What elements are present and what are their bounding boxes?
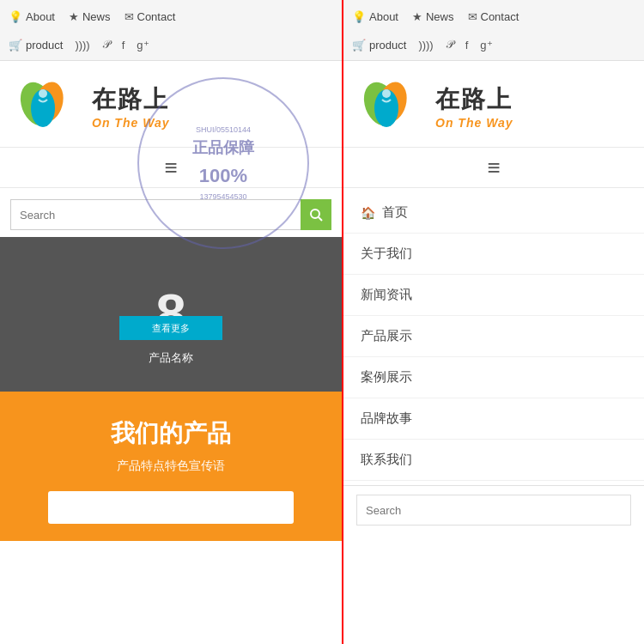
hero-bar[interactable]: 查看更多 (119, 316, 222, 340)
home-icon: 🏠 (361, 206, 375, 220)
right-rss-icon: )))) (418, 39, 433, 52)
left-panel: 💡 About ★ News ✉ Contact 🛒 product )))) … (0, 0, 343, 644)
left-search-input[interactable] (10, 199, 301, 230)
menu-item-case[interactable]: 案例展示 (343, 357, 644, 398)
menu-item-brand[interactable]: 品牌故事 (343, 398, 644, 440)
left-nav-row2: 🛒 product )))) 𝒫 f g⁺ (9, 33, 333, 60)
left-product-label: product (26, 39, 63, 52)
star-icon: ★ (69, 10, 79, 23)
right-nav-rss[interactable]: )))) (418, 39, 433, 52)
right-mail-icon: ✉ (468, 10, 477, 23)
facebook-icon: f (122, 39, 125, 52)
left-nav-facebook[interactable]: f (122, 39, 125, 52)
left-nav-rss[interactable]: )))) (75, 39, 89, 52)
product-title: 我们的产品 (17, 417, 325, 450)
hero-subtitle: 产品名称 (149, 350, 193, 366)
right-star-icon: ★ (412, 10, 422, 23)
left-logo-english: On The Way (92, 116, 170, 130)
left-logo-area: 在路上 On The Way (0, 61, 342, 143)
right-logo-area: 在路上 On The Way (343, 61, 644, 143)
menu-home-label: 首页 (382, 204, 408, 221)
right-hamburger-icon[interactable]: ≡ (487, 156, 500, 179)
menu-item-home[interactable]: 🏠 首页 (343, 192, 644, 234)
left-hamburger-area: ≡ (0, 147, 342, 188)
left-logo-image (13, 78, 82, 134)
right-logo-english: On The Way (435, 116, 513, 130)
menu-about-label: 关于我们 (361, 246, 412, 262)
product-subtitle: 产品特点特色宣传语 (17, 459, 325, 474)
right-pinterest-icon: 𝒫 (446, 38, 453, 52)
left-about-label: About (26, 10, 55, 23)
menu-news-label: 新闻资讯 (361, 287, 412, 303)
left-top-nav: 💡 About ★ News ✉ Contact 🛒 product )))) … (0, 0, 342, 61)
right-search-bar (343, 485, 644, 534)
menu-brand-label: 品牌故事 (361, 410, 412, 427)
right-nav-gplus[interactable]: g⁺ (480, 39, 492, 52)
right-product-label: product (369, 39, 406, 52)
right-nav-news[interactable]: ★ News (412, 10, 454, 23)
right-logo-text: 在路上 On The Way (435, 83, 513, 130)
right-nav-row2: 🛒 product )))) 𝒫 f g⁺ (352, 33, 635, 60)
right-contact-label: Contact (481, 10, 519, 23)
right-nav-menu: 🏠 首页 关于我们 新闻资讯 产品展示 案例展示 品牌故事 联系我们 (343, 192, 644, 481)
right-nav-contact[interactable]: ✉ Contact (468, 10, 519, 23)
gplus-icon: g⁺ (137, 39, 149, 52)
left-nav-contact[interactable]: ✉ Contact (125, 10, 176, 23)
right-facebook-icon: f (465, 39, 469, 52)
product-button[interactable] (48, 491, 294, 524)
left-nav-pinterest[interactable]: 𝒫 (102, 38, 110, 52)
right-bulb-icon: 💡 (352, 10, 366, 23)
left-nav-about[interactable]: 💡 About (9, 10, 55, 23)
menu-item-news[interactable]: 新闻资讯 (343, 275, 644, 316)
svg-point-4 (311, 210, 319, 218)
menu-product-label: 产品展示 (361, 328, 412, 344)
right-nav-pinterest[interactable]: 𝒫 (446, 38, 453, 52)
left-product-section: 我们的产品 产品特点特色宣传语 (0, 392, 342, 541)
left-nav-gplus[interactable]: g⁺ (137, 39, 149, 52)
menu-item-product[interactable]: 产品展示 (343, 316, 644, 357)
right-panel: 💡 About ★ News ✉ Contact 🛒 product )))) … (343, 0, 644, 644)
pinterest-icon: 𝒫 (102, 38, 110, 52)
cart-icon: 🛒 (9, 39, 22, 52)
right-nav-about[interactable]: 💡 About (352, 10, 398, 23)
left-search-button[interactable] (301, 199, 331, 230)
left-nav-news[interactable]: ★ News (69, 10, 111, 23)
right-logo-image (356, 78, 425, 134)
left-nav-product[interactable]: 🛒 product (9, 39, 63, 52)
rss-icon: )))) (75, 39, 89, 52)
menu-item-about[interactable]: 关于我们 (343, 234, 644, 275)
right-gplus-icon: g⁺ (480, 39, 492, 52)
left-logo-text: 在路上 On The Way (92, 83, 170, 130)
menu-item-contact[interactable]: 联系我们 (343, 440, 644, 481)
menu-case-label: 案例展示 (361, 369, 412, 386)
menu-contact-label: 联系我们 (361, 452, 412, 468)
left-hamburger-icon[interactable]: ≡ (164, 156, 177, 179)
right-about-label: About (369, 10, 398, 23)
left-contact-label: Contact (137, 10, 176, 23)
right-cart-icon: 🛒 (352, 39, 366, 52)
svg-point-9 (382, 89, 391, 98)
bulb-icon: 💡 (9, 10, 22, 23)
left-search-bar (0, 192, 342, 237)
left-hero-section: 8 查看更多 产品名称 (0, 237, 342, 392)
right-nav-product[interactable]: 🛒 product (352, 39, 406, 52)
svg-point-3 (39, 89, 47, 98)
right-logo-chinese: 在路上 (435, 83, 513, 116)
right-hamburger-area: ≡ (343, 147, 644, 188)
mail-icon: ✉ (125, 10, 134, 23)
right-nav-row1: 💡 About ★ News ✉ Contact (352, 0, 635, 33)
left-news-label: News (82, 10, 111, 23)
right-search-input[interactable] (356, 495, 631, 526)
right-nav-facebook[interactable]: f (465, 39, 469, 52)
search-icon (309, 208, 323, 222)
left-nav-row1: 💡 About ★ News ✉ Contact (9, 0, 333, 33)
svg-line-5 (319, 217, 322, 221)
right-top-nav: 💡 About ★ News ✉ Contact 🛒 product )))) … (343, 0, 644, 61)
left-logo-chinese: 在路上 (92, 83, 170, 116)
right-news-label: News (426, 10, 454, 23)
